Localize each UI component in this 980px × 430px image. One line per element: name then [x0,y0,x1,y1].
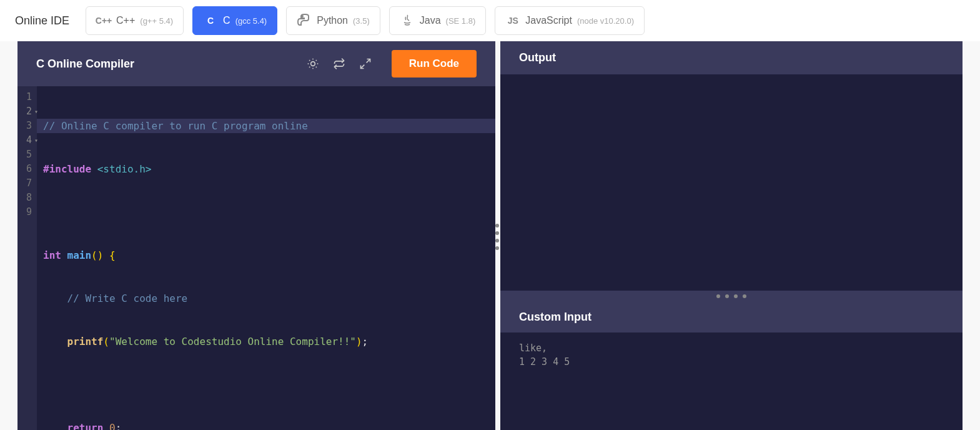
lang-tab-js[interactable]: JS JavaScript (node v10.20.0) [495,6,645,35]
workspace: C Online Compiler Run Code 1 2 3 4 5 6 7… [17,41,963,430]
cpp-icon: C++ [96,13,111,28]
fullscreen-icon[interactable] [357,55,374,72]
custom-input-body[interactable]: like, 1 2 3 4 5 [500,332,963,430]
lang-name: C++ [116,15,135,26]
lang-version: (SE 1.8) [446,16,476,26]
lang-name: C [223,15,230,26]
svg-line-4 [309,60,310,61]
theme-toggle-icon[interactable] [304,55,322,72]
lang-name: Java [420,15,441,26]
run-button[interactable]: Run Code [392,50,477,78]
svg-point-1 [310,62,315,66]
editor-title: C Online Compiler [36,58,295,71]
svg-line-9 [315,60,316,61]
lang-version: (gcc 5.4) [235,16,267,26]
editor-panel: C Online Compiler Run Code 1 2 3 4 5 6 7… [17,41,495,430]
vertical-splitter[interactable] [495,224,499,250]
svg-line-5 [315,67,316,68]
java-icon [400,13,415,28]
lang-version: (node v10.20.0) [577,16,634,26]
svg-line-11 [360,65,364,69]
code-content[interactable]: // Online C compiler to run C program on… [37,86,495,430]
topbar: Online IDE C++ C++ (g++ 5.4) C C (gcc 5.… [0,0,980,41]
line-gutter: 1 2 3 4 5 6 7 8 9 [17,86,37,430]
horizontal-splitter[interactable] [500,291,963,302]
editor-header: C Online Compiler Run Code [17,41,495,86]
lang-version: (g++ 5.4) [140,16,173,26]
lang-tab-c[interactable]: C C (gcc 5.4) [192,6,277,35]
output-body [500,74,963,291]
lang-version: (3.5) [353,16,370,26]
lang-tab-python[interactable]: Python (3.5) [286,6,380,35]
lang-name: Python [317,15,348,26]
svg-line-8 [309,67,310,68]
right-panel: Output Custom Input like, 1 2 3 4 5 [500,41,963,430]
lang-tab-java[interactable]: Java (SE 1.8) [389,6,486,35]
svg-line-10 [366,59,370,63]
lang-name: JavaScript [525,15,572,26]
lang-tab-cpp[interactable]: C++ C++ (g++ 5.4) [86,6,184,35]
c-icon: C [203,13,218,28]
code-editor[interactable]: 1 2 3 4 5 6 7 8 9 // Online C compiler t… [17,86,495,430]
js-icon: JS [505,13,520,28]
output-header: Output [500,41,963,74]
reset-icon[interactable] [330,55,348,72]
svg-point-0 [302,16,303,17]
python-icon [297,13,312,28]
custom-input-header: Custom Input [500,302,963,332]
ide-label: Online IDE [15,14,69,28]
